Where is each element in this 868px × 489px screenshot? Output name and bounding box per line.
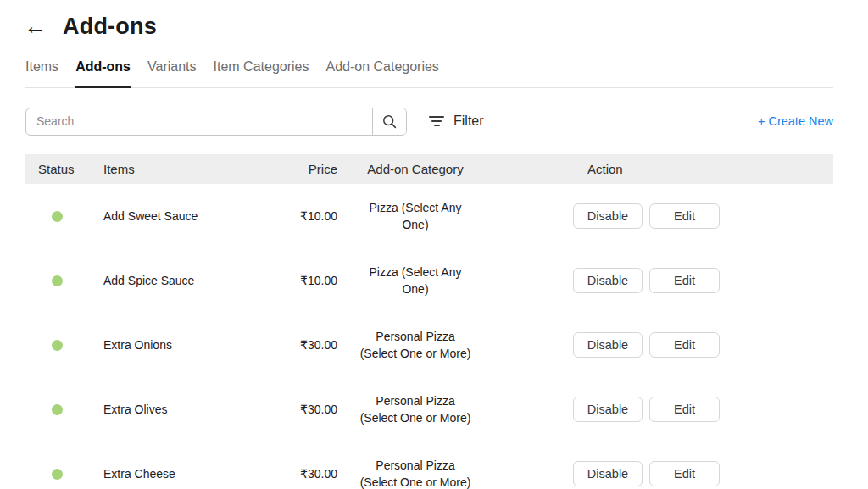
page-title: Add-ons	[63, 14, 157, 40]
tab-item-categories[interactable]: Item Categories	[214, 56, 309, 88]
tab-add-on-categories[interactable]: Add-on Categories	[326, 56, 438, 88]
table-row: Extra Olives ₹30.00 Personal Pizza (Sele…	[25, 377, 833, 442]
item-price: ₹30.00	[284, 338, 337, 352]
tab-add-ons[interactable]: Add-ons	[75, 56, 131, 88]
tab-bar: Items Add-ons Variants Item Categories A…	[25, 56, 833, 88]
filter-button[interactable]: Filter	[429, 114, 484, 129]
column-header-status: Status	[25, 162, 89, 176]
search-input[interactable]	[26, 108, 372, 135]
column-header-price: Price	[284, 162, 337, 176]
back-button[interactable]: ←	[24, 15, 47, 38]
status-dot	[52, 340, 63, 351]
item-category: Pizza (Select Any One)	[337, 264, 493, 297]
create-new-link[interactable]: + Create New	[758, 114, 833, 128]
status-dot	[52, 275, 63, 286]
status-dot	[52, 469, 63, 480]
item-category: Pizza (Select Any One)	[337, 199, 493, 233]
column-header-items: Items	[89, 162, 284, 176]
item-price: ₹30.00	[284, 403, 337, 416]
edit-button[interactable]: Edit	[649, 268, 720, 293]
item-name: Add Sweet Sauce	[89, 209, 284, 223]
item-name: Extra Onions	[89, 338, 284, 352]
item-name: Add Spice Sauce	[89, 274, 284, 287]
item-name: Extra Cheese	[89, 467, 284, 481]
search-icon	[382, 114, 397, 129]
table-header-row: Status Items Price Add-on Category Actio…	[25, 154, 833, 184]
item-price: ₹30.00	[284, 467, 337, 481]
disable-button[interactable]: Disable	[573, 332, 643, 358]
item-price: ₹10.00	[284, 274, 337, 287]
edit-button[interactable]: Edit	[649, 203, 720, 229]
item-category: Personal Pizza (Select One or More)	[337, 392, 493, 426]
column-header-addon-category: Add-on Category	[337, 162, 493, 176]
edit-button[interactable]: Edit	[649, 397, 720, 422]
page-header: ← Add-ons	[0, 8, 868, 44]
disable-button[interactable]: Disable	[573, 203, 643, 229]
search-button[interactable]	[372, 108, 406, 135]
item-name: Extra Olives	[89, 403, 284, 416]
addons-table: Status Items Price Add-on Category Actio…	[25, 154, 833, 489]
status-dot	[52, 211, 63, 222]
item-category: Personal Pizza (Select One or More)	[337, 457, 493, 489]
tab-variants[interactable]: Variants	[147, 56, 197, 88]
filter-icon	[429, 116, 444, 126]
disable-button[interactable]: Disable	[573, 268, 643, 293]
status-dot	[52, 404, 63, 415]
search-group	[25, 108, 407, 136]
table-row: Add Spice Sauce ₹10.00 Pizza (Select Any…	[25, 248, 833, 313]
edit-button[interactable]: Edit	[649, 461, 720, 486]
column-header-action: Action	[587, 162, 623, 176]
item-price: ₹10.00	[284, 209, 337, 223]
tab-items[interactable]: Items	[25, 56, 58, 88]
table-row: Add Sweet Sauce ₹10.00 Pizza (Select Any…	[25, 184, 833, 248]
filter-label: Filter	[453, 114, 484, 129]
disable-button[interactable]: Disable	[573, 461, 643, 486]
toolbar: Filter + Create New	[25, 107, 833, 136]
edit-button[interactable]: Edit	[649, 332, 720, 358]
disable-button[interactable]: Disable	[573, 397, 643, 422]
table-row: Extra Cheese ₹30.00 Personal Pizza (Sele…	[25, 442, 833, 489]
item-category: Personal Pizza (Select One or More)	[337, 328, 493, 362]
table-row: Extra Onions ₹30.00 Personal Pizza (Sele…	[25, 313, 833, 377]
addons-page: ← Add-ons Items Add-ons Variants Item Ca…	[0, 0, 868, 489]
